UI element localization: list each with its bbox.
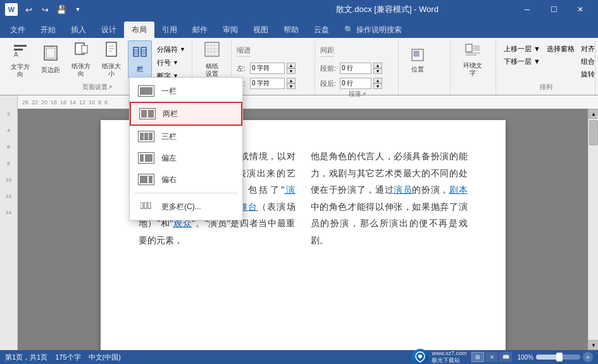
tab-search[interactable]: 🔍 操作说明搜索	[337, 21, 409, 38]
tab-design[interactable]: 设计	[94, 21, 124, 38]
columns-button[interactable]: 栏	[128, 40, 152, 78]
view-print-button[interactable]: ⊞	[471, 352, 484, 362]
indent-left-row: 左: ▲ ▼	[237, 63, 296, 74]
menu-item-left-col[interactable]: 偏左	[130, 147, 242, 169]
save-button[interactable]: 💾	[54, 3, 68, 16]
spacing-group-label: 段落 ↗	[320, 89, 394, 99]
line-number-button[interactable]: 行号 ▼	[154, 57, 188, 68]
menu-item-right-col[interactable]: 偏右	[130, 169, 242, 190]
group-button[interactable]: 组合 ▼	[578, 56, 598, 67]
right-col-icon	[137, 173, 155, 186]
orientation-button[interactable]: 纸张方向	[67, 40, 95, 78]
tab-insert[interactable]: 插入	[63, 21, 94, 38]
bring-forward-button[interactable]: 上移一层 ▼	[501, 43, 543, 54]
view-read-button[interactable]: 📖	[499, 352, 512, 362]
close-button[interactable]: ✕	[568, 0, 593, 19]
restore-button[interactable]: ☐	[541, 0, 566, 19]
draft-paper-button[interactable]: 稿纸设置	[197, 40, 227, 78]
zoom-fill	[536, 355, 558, 360]
scroll-thumb[interactable]	[589, 120, 598, 145]
zoom-thumb[interactable]	[556, 353, 563, 361]
tab-file[interactable]: 文件	[3, 21, 33, 38]
tab-view[interactable]: 视图	[246, 21, 276, 38]
spacing-before-down[interactable]: ▼	[373, 68, 382, 74]
spacing-header: 间距	[320, 46, 334, 57]
quick-access-dropdown[interactable]: ▼	[71, 3, 85, 16]
link-actor2[interactable]: 演员	[394, 185, 412, 195]
indent-content: 缩进 左: ▲ ▼ 右: ▲ ▼	[237, 40, 311, 89]
search-label: 操作说明搜索	[356, 25, 402, 35]
spacing-after-input[interactable]	[340, 78, 371, 89]
ribbon-small-buttons: 分隔符 ▼ 行号 ▼ 断字 ▼	[154, 40, 188, 82]
indent-left-input[interactable]	[250, 63, 285, 74]
spacing-before-up[interactable]: ▲	[373, 63, 382, 68]
indent-right-input[interactable]	[250, 78, 285, 89]
margins-label: 页边距	[41, 66, 60, 74]
indent-left-up[interactable]: ▲	[287, 63, 296, 68]
margins-button[interactable]: 页边距	[37, 40, 65, 78]
text-direction-button[interactable]: A 文字方向	[6, 40, 34, 78]
scroll-up-button[interactable]: ▲	[589, 109, 598, 119]
orientation-icon	[73, 41, 89, 60]
svg-rect-1	[14, 49, 23, 51]
watermark-site: www.xz7.com	[432, 350, 466, 357]
dropdown-divider	[135, 193, 237, 193]
indent-left-spin: ▲ ▼	[287, 63, 296, 74]
tab-review[interactable]: 审阅	[215, 21, 246, 38]
position-icon	[411, 48, 425, 63]
vertical-scrollbar[interactable]: ▲ ▼	[588, 109, 598, 350]
svg-rect-39	[148, 202, 151, 209]
svg-rect-22	[205, 42, 219, 56]
redo-button[interactable]: ↪	[38, 3, 52, 16]
menu-item-more-col[interactable]: 更多栏(C)...	[130, 196, 242, 217]
menu-item-two-col[interactable]: 两栏	[130, 102, 242, 126]
indent-right-spin: ▲ ▼	[287, 78, 296, 89]
tab-help[interactable]: 帮助	[276, 21, 306, 38]
svg-point-40	[418, 355, 422, 358]
zoom-in-button[interactable]: +	[583, 352, 593, 362]
ribbon-group-arrange: 上移一层 ▼ 下移一层 ▼ 选择窗格 对齐 ▼ 组合 ▼ 旋转 ▼ 排列	[497, 40, 595, 95]
select-pane-button[interactable]: 选择窗格	[544, 43, 577, 54]
menu-item-three-col[interactable]: 三栏	[130, 126, 242, 147]
indent-left-label: 左:	[237, 64, 248, 73]
spacing-after-down[interactable]: ▼	[373, 83, 382, 89]
indent-right-up[interactable]: ▲	[287, 78, 296, 83]
align-button[interactable]: 对齐 ▼	[578, 43, 598, 54]
window-controls: ─ ☐ ✕	[514, 0, 593, 19]
svg-rect-38	[144, 202, 147, 209]
ruler-corner	[0, 95, 18, 109]
wrap-text-button[interactable]: 环绕文字	[456, 43, 490, 78]
minimize-button[interactable]: ─	[514, 0, 540, 19]
spacing-before-input[interactable]	[340, 63, 371, 74]
view-web-button[interactable]: ≡	[485, 352, 498, 362]
indent-right-down[interactable]: ▼	[287, 83, 296, 89]
ribbon-tab-bar: 文件 开始 插入 设计 布局 引用 邮件 审阅 视图 帮助 云盘 🔍 操作说明搜…	[0, 19, 598, 38]
tab-mail[interactable]: 邮件	[185, 21, 215, 38]
word-count: 175个字	[55, 353, 80, 362]
position-button[interactable]: 位置	[404, 43, 432, 78]
tab-references[interactable]: 引用	[154, 21, 185, 38]
svg-rect-9	[82, 46, 87, 53]
orientation-label: 纸张方向	[68, 63, 94, 78]
indent-left-down[interactable]: ▼	[287, 68, 296, 74]
columns-icon	[132, 46, 147, 63]
tab-cloud[interactable]: 云盘	[306, 21, 337, 38]
tab-home[interactable]: 开始	[33, 21, 63, 38]
paper-size-button[interactable]: 纸张大小	[97, 40, 125, 78]
tab-layout[interactable]: 布局	[124, 21, 154, 38]
link-script[interactable]: 剧本	[449, 185, 468, 195]
undo-button[interactable]: ↩	[22, 3, 35, 16]
zoom-slider[interactable]	[536, 355, 580, 360]
title-bar: W ↩ ↪ 💾 ▼ 散文.docx [兼容模式] - Word ─ ☐ ✕	[0, 0, 598, 19]
menu-item-one-col[interactable]: 一栏	[130, 80, 242, 102]
spacing-after-up[interactable]: ▲	[373, 78, 382, 83]
rotate-button[interactable]: 旋转 ▼	[578, 68, 598, 80]
separator-button[interactable]: 分隔符 ▼	[154, 44, 188, 55]
send-backward-button[interactable]: 下移一层 ▼	[501, 56, 543, 67]
language: 中文(中国)	[89, 353, 121, 362]
doc-scroll-area[interactable]: 戏剧是由演员将某个故事或情境，以对话、歌唱或动作等方式表演出来的艺术。戏剧有四个…	[18, 109, 588, 350]
word-app-icon: W	[5, 3, 18, 16]
zoom-control: 100% +	[517, 352, 593, 362]
document-title: 散文.docx [兼容模式] - Word	[260, 4, 515, 15]
view-buttons: ⊞ ≡ 📖	[471, 352, 512, 362]
